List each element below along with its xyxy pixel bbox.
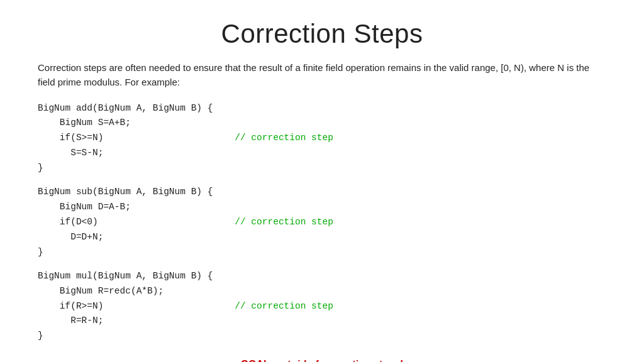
code-line: D=D+N;: [38, 230, 606, 245]
code-line: }: [38, 329, 606, 344]
code-line: if(S>=N) // correction step: [38, 131, 606, 146]
slide-title: Correction Steps: [38, 19, 606, 49]
code-text: BigNum S=A+B;: [38, 116, 233, 131]
code-line: if(R>=N) // correction step: [38, 299, 606, 314]
code-text: D=D+N;: [38, 230, 233, 245]
code-comment-mul: // correction step: [235, 299, 333, 314]
code-text: BigNum add(BigNum A, BigNum B) {: [38, 101, 233, 116]
code-text: if(R>=N): [38, 299, 235, 314]
code-line: BigNum D=A-B;: [38, 200, 606, 215]
code-line: }: [38, 161, 606, 176]
intro-paragraph: Correction steps are often needed to ens…: [38, 60, 606, 90]
code-text: if(D<0): [38, 215, 235, 230]
code-line: BigNum add(BigNum A, BigNum B) {: [38, 101, 606, 116]
code-line: S=S-N;: [38, 146, 606, 161]
code-line: BigNum R=redc(A*B);: [38, 284, 606, 299]
code-comment-sub: // correction step: [235, 215, 333, 230]
code-text: }: [38, 161, 233, 176]
code-block-mul: BigNum mul(BigNum A, BigNum B) { BigNum …: [38, 269, 606, 347]
code-line: BigNum S=A+B;: [38, 116, 606, 131]
code-line: BigNum mul(BigNum A, BigNum B) {: [38, 269, 606, 284]
code-text: if(S>=N): [38, 131, 235, 146]
code-text: S=S-N;: [38, 146, 233, 161]
code-text: BigNum sub(BigNum A, BigNum B) {: [38, 185, 233, 200]
code-text: }: [38, 245, 233, 260]
code-line: R=R-N;: [38, 314, 606, 329]
code-text: BigNum D=A-B;: [38, 200, 233, 215]
goal-text: GOAL: get rid of correction steps!: [38, 359, 606, 362]
code-line: if(D<0) // correction step: [38, 215, 606, 230]
code-text: R=R-N;: [38, 314, 233, 329]
slide: Correction Steps Correction steps are of…: [0, 0, 644, 362]
code-text: }: [38, 329, 233, 344]
code-comment-add: // correction step: [235, 131, 333, 146]
code-text: BigNum mul(BigNum A, BigNum B) {: [38, 269, 233, 284]
code-line: }: [38, 245, 606, 260]
code-block-sub: BigNum sub(BigNum A, BigNum B) { BigNum …: [38, 185, 606, 263]
code-text: BigNum R=redc(A*B);: [38, 284, 233, 299]
code-block-add: BigNum add(BigNum A, BigNum B) { BigNum …: [38, 101, 606, 179]
code-line: BigNum sub(BigNum A, BigNum B) {: [38, 185, 606, 200]
